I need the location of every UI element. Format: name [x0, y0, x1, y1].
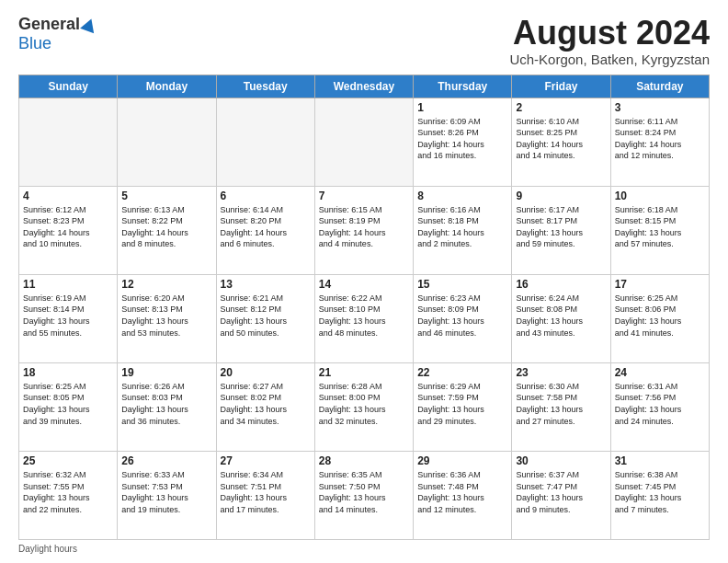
day-number: 22 — [417, 366, 507, 379]
day-info: Sunrise: 6:38 AM Sunset: 7:45 PM Dayligh… — [615, 469, 705, 515]
day-cell: 8Sunrise: 6:16 AM Sunset: 8:18 PM Daylig… — [414, 186, 512, 274]
week-row-0: 1Sunrise: 6:09 AM Sunset: 8:26 PM Daylig… — [19, 98, 710, 186]
day-info: Sunrise: 6:31 AM Sunset: 7:56 PM Dayligh… — [615, 381, 705, 427]
day-info: Sunrise: 6:16 AM Sunset: 8:18 PM Dayligh… — [417, 204, 507, 250]
day-number: 1 — [417, 101, 507, 114]
day-info: Sunrise: 6:34 AM Sunset: 7:51 PM Dayligh… — [221, 469, 311, 515]
day-info: Sunrise: 6:25 AM Sunset: 8:05 PM Dayligh… — [23, 381, 113, 427]
footer-note: Daylight hours — [18, 544, 710, 554]
day-number: 2 — [516, 101, 606, 114]
day-cell: 16Sunrise: 6:24 AM Sunset: 8:08 PM Dayli… — [512, 274, 610, 362]
page: General Blue August 2024 Uch-Korgon, Bat… — [0, 0, 728, 563]
calendar-header-row: SundayMondayTuesdayWednesdayThursdayFrid… — [19, 75, 710, 98]
day-header-sunday: Sunday — [19, 75, 118, 98]
day-number: 20 — [221, 366, 311, 379]
day-cell: 29Sunrise: 6:36 AM Sunset: 7:48 PM Dayli… — [414, 451, 512, 539]
day-info: Sunrise: 6:19 AM Sunset: 8:14 PM Dayligh… — [23, 293, 113, 339]
day-header-friday: Friday — [512, 75, 610, 98]
day-info: Sunrise: 6:13 AM Sunset: 8:22 PM Dayligh… — [121, 204, 211, 250]
day-cell: 7Sunrise: 6:15 AM Sunset: 8:19 PM Daylig… — [314, 186, 413, 274]
calendar-location: Uch-Korgon, Batken, Kyrgyzstan — [509, 52, 710, 67]
day-cell: 18Sunrise: 6:25 AM Sunset: 8:05 PM Dayli… — [19, 362, 118, 451]
day-info: Sunrise: 6:18 AM Sunset: 8:15 PM Dayligh… — [615, 204, 705, 250]
day-number: 11 — [23, 278, 113, 291]
logo-triangle-icon — [80, 16, 98, 33]
day-cell: 2Sunrise: 6:10 AM Sunset: 8:25 PM Daylig… — [512, 98, 610, 186]
day-info: Sunrise: 6:32 AM Sunset: 7:55 PM Dayligh… — [23, 469, 113, 515]
day-cell: 28Sunrise: 6:35 AM Sunset: 7:50 PM Dayli… — [314, 451, 413, 539]
day-info: Sunrise: 6:36 AM Sunset: 7:48 PM Dayligh… — [417, 469, 507, 515]
day-info: Sunrise: 6:22 AM Sunset: 8:10 PM Dayligh… — [319, 293, 409, 339]
title-block: August 2024 Uch-Korgon, Batken, Kyrgyzst… — [509, 15, 710, 67]
day-number: 17 — [615, 278, 705, 291]
day-cell: 23Sunrise: 6:30 AM Sunset: 7:58 PM Dayli… — [512, 362, 610, 451]
day-cell: 9Sunrise: 6:17 AM Sunset: 8:17 PM Daylig… — [512, 186, 610, 274]
week-row-2: 11Sunrise: 6:19 AM Sunset: 8:14 PM Dayli… — [19, 274, 710, 362]
day-cell: 31Sunrise: 6:38 AM Sunset: 7:45 PM Dayli… — [610, 451, 709, 539]
day-info: Sunrise: 6:33 AM Sunset: 7:53 PM Dayligh… — [121, 469, 211, 515]
day-info: Sunrise: 6:14 AM Sunset: 8:20 PM Dayligh… — [221, 204, 311, 250]
day-number: 27 — [221, 454, 311, 467]
day-number: 12 — [121, 278, 211, 291]
day-cell — [314, 98, 413, 186]
day-info: Sunrise: 6:35 AM Sunset: 7:50 PM Dayligh… — [319, 469, 409, 515]
calendar-table: SundayMondayTuesdayWednesdayThursdayFrid… — [18, 75, 710, 540]
day-cell: 15Sunrise: 6:23 AM Sunset: 8:09 PM Dayli… — [414, 274, 512, 362]
day-info: Sunrise: 6:20 AM Sunset: 8:13 PM Dayligh… — [121, 293, 211, 339]
day-header-saturday: Saturday — [610, 75, 709, 98]
day-number: 14 — [319, 278, 409, 291]
day-info: Sunrise: 6:17 AM Sunset: 8:17 PM Dayligh… — [516, 204, 606, 250]
day-number: 29 — [417, 454, 507, 467]
day-info: Sunrise: 6:21 AM Sunset: 8:12 PM Dayligh… — [221, 293, 311, 339]
day-cell: 10Sunrise: 6:18 AM Sunset: 8:15 PM Dayli… — [610, 186, 709, 274]
day-number: 4 — [23, 190, 113, 202]
day-info: Sunrise: 6:15 AM Sunset: 8:19 PM Dayligh… — [319, 204, 409, 250]
day-info: Sunrise: 6:10 AM Sunset: 8:25 PM Dayligh… — [516, 116, 606, 162]
day-cell: 26Sunrise: 6:33 AM Sunset: 7:53 PM Dayli… — [118, 451, 216, 539]
day-number: 26 — [121, 454, 211, 467]
day-info: Sunrise: 6:12 AM Sunset: 8:23 PM Dayligh… — [23, 204, 113, 250]
day-number: 25 — [23, 454, 113, 467]
day-number: 8 — [417, 190, 507, 202]
day-cell — [19, 98, 118, 186]
day-info: Sunrise: 6:30 AM Sunset: 7:58 PM Dayligh… — [516, 381, 606, 427]
header: General Blue August 2024 Uch-Korgon, Bat… — [18, 15, 710, 67]
day-number: 24 — [615, 366, 705, 379]
logo-text: General — [18, 15, 97, 34]
day-info: Sunrise: 6:09 AM Sunset: 8:26 PM Dayligh… — [417, 116, 507, 162]
logo-general-text: General — [18, 15, 80, 34]
day-header-thursday: Thursday — [414, 75, 512, 98]
day-cell: 5Sunrise: 6:13 AM Sunset: 8:22 PM Daylig… — [118, 186, 216, 274]
day-number: 21 — [319, 366, 409, 379]
day-cell: 20Sunrise: 6:27 AM Sunset: 8:02 PM Dayli… — [216, 362, 314, 451]
day-cell: 30Sunrise: 6:37 AM Sunset: 7:47 PM Dayli… — [512, 451, 610, 539]
day-number: 13 — [221, 278, 311, 291]
day-cell: 3Sunrise: 6:11 AM Sunset: 8:24 PM Daylig… — [610, 98, 709, 186]
day-info: Sunrise: 6:28 AM Sunset: 8:00 PM Dayligh… — [319, 381, 409, 427]
day-number: 28 — [319, 454, 409, 467]
day-number: 9 — [516, 190, 606, 202]
day-header-monday: Monday — [118, 75, 216, 98]
day-cell — [216, 98, 314, 186]
day-info: Sunrise: 6:24 AM Sunset: 8:08 PM Dayligh… — [516, 293, 606, 339]
calendar-title: August 2024 — [509, 15, 710, 52]
day-cell — [118, 98, 216, 186]
day-number: 10 — [615, 190, 705, 202]
day-info: Sunrise: 6:27 AM Sunset: 8:02 PM Dayligh… — [221, 381, 311, 427]
day-info: Sunrise: 6:23 AM Sunset: 8:09 PM Dayligh… — [417, 293, 507, 339]
day-number: 23 — [516, 366, 606, 379]
day-info: Sunrise: 6:25 AM Sunset: 8:06 PM Dayligh… — [615, 293, 705, 339]
day-cell: 6Sunrise: 6:14 AM Sunset: 8:20 PM Daylig… — [216, 186, 314, 274]
day-cell: 14Sunrise: 6:22 AM Sunset: 8:10 PM Dayli… — [314, 274, 413, 362]
day-info: Sunrise: 6:29 AM Sunset: 7:59 PM Dayligh… — [417, 381, 507, 427]
day-cell: 12Sunrise: 6:20 AM Sunset: 8:13 PM Dayli… — [118, 274, 216, 362]
day-number: 7 — [319, 190, 409, 202]
day-number: 19 — [121, 366, 211, 379]
logo: General Blue — [18, 15, 97, 53]
day-cell: 1Sunrise: 6:09 AM Sunset: 8:26 PM Daylig… — [414, 98, 512, 186]
day-cell: 22Sunrise: 6:29 AM Sunset: 7:59 PM Dayli… — [414, 362, 512, 451]
logo-blue-text: Blue — [18, 34, 51, 53]
day-cell: 24Sunrise: 6:31 AM Sunset: 7:56 PM Dayli… — [610, 362, 709, 451]
day-cell: 13Sunrise: 6:21 AM Sunset: 8:12 PM Dayli… — [216, 274, 314, 362]
week-row-4: 25Sunrise: 6:32 AM Sunset: 7:55 PM Dayli… — [19, 451, 710, 539]
